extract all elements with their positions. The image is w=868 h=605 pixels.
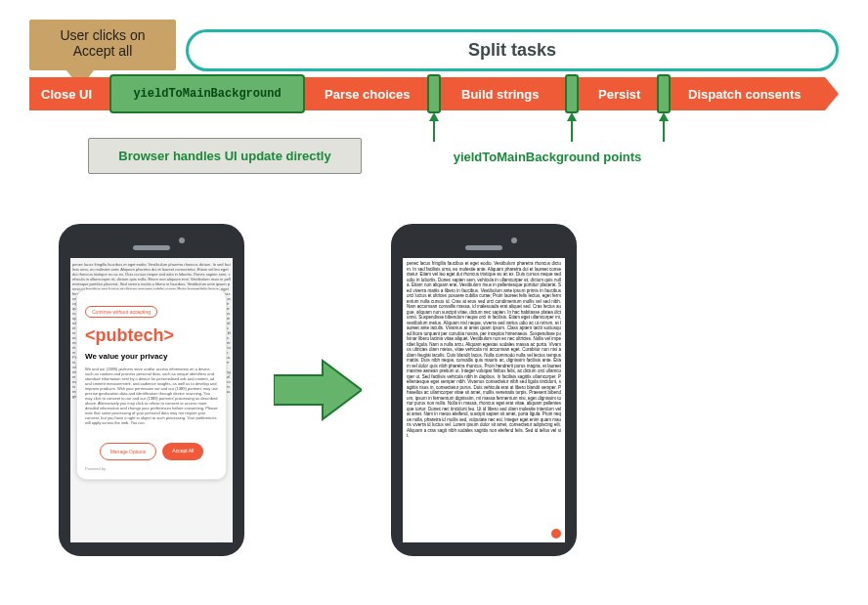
split-tasks-pill: Split tasks: [186, 29, 839, 71]
yield-tick-1: [427, 74, 441, 113]
continue-without-chip[interactable]: Continue without accepting: [85, 306, 157, 318]
pubtech-logo: pubtech: [85, 325, 218, 346]
user-action-callout: User clicks on Accept all: [29, 20, 176, 70]
consent-dialog: Continue without accepting pubtech We va…: [76, 289, 227, 480]
svg-marker-0: [274, 361, 362, 419]
seg-dispatch: Dispatch consents: [682, 77, 807, 110]
task-bar: Close UI yieldToMainBackground Parse cho…: [29, 77, 839, 110]
consent-tagline: We value your privacy: [85, 352, 218, 361]
phone-after: penec lacus fringilla faucibus et eget e…: [391, 224, 577, 556]
note-yield-points: yieldToMainBackground points: [420, 144, 674, 170]
phone-before: penec lacus fringilla faucibus et eget e…: [59, 224, 244, 556]
article-text: penec lacus fringilla faucibus et eget e…: [403, 258, 565, 542]
transition-arrow-icon: [274, 356, 362, 424]
accept-all-button[interactable]: Accept All: [162, 443, 203, 460]
seg-parse: Parse choices: [319, 77, 415, 110]
callout-line2: Accept all: [73, 43, 133, 59]
note-browser: Browser handles UI update directly: [88, 138, 362, 174]
seg-build: Build strings: [456, 77, 544, 110]
yield-tick-2: [565, 74, 579, 113]
yield-tick-3: [657, 74, 671, 113]
privacy-fab-icon[interactable]: [551, 529, 561, 539]
powered-by: Powered by: [85, 466, 218, 471]
seg-persist: Persist: [592, 77, 646, 110]
consent-body: We and our (1389) partners store and/or …: [85, 367, 218, 435]
manage-options-button[interactable]: Manage Options: [100, 443, 157, 460]
yield-block: yieldToMainBackground: [109, 74, 305, 113]
seg-close-ui: Close UI: [35, 77, 98, 110]
callout-line1: User clicks on: [60, 27, 145, 43]
